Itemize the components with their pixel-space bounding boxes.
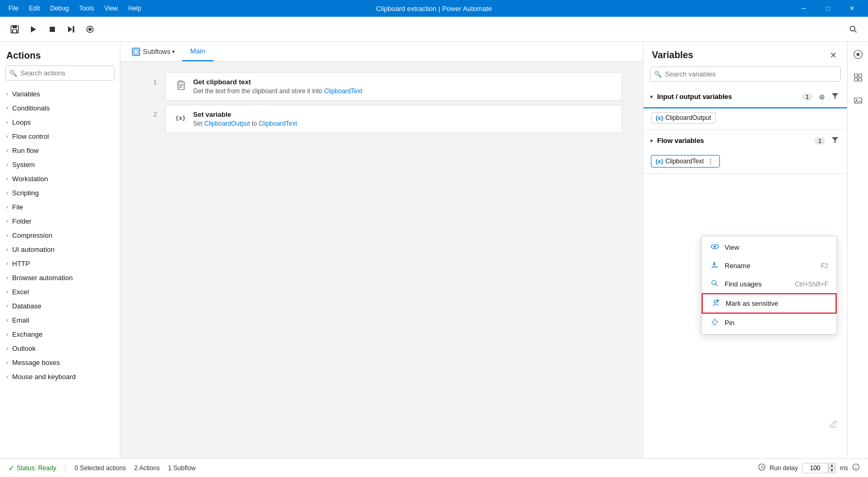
search-icon: 🔍 <box>9 70 17 77</box>
category-compression[interactable]: ›Compression <box>0 228 120 242</box>
action-card-set-variable[interactable]: {x} Set variable Set ClipboardOutput to … <box>165 105 622 133</box>
run-delay-input[interactable] <box>802 463 828 473</box>
context-menu-pin[interactable]: Pin <box>702 314 837 332</box>
clipboard-text-link-2[interactable]: ClipboardText <box>258 120 297 127</box>
context-menu-find-usages[interactable]: Find usages Ctrl+Shift+F <box>702 275 837 293</box>
category-file[interactable]: ›File <box>0 200 120 214</box>
subflows-button[interactable]: Subflows ▾ <box>127 43 180 60</box>
image-button[interactable] <box>850 92 866 109</box>
close-icon[interactable]: ✕ <box>840 0 864 17</box>
minimize-icon[interactable]: ─ <box>792 0 816 17</box>
category-flow-control[interactable]: ›Flow control <box>0 129 120 143</box>
window-controls[interactable]: ─ □ ✕ <box>792 0 864 17</box>
action-desc-set-variable: Set ClipboardOutput to ClipboardText <box>193 120 613 127</box>
flow-section-title: Flow variables <box>657 137 815 145</box>
io-section-header[interactable]: ▾ Input / output variables 1 ⊕ <box>644 86 847 107</box>
category-outlook[interactable]: ›Outlook <box>0 341 120 356</box>
category-browser-automation[interactable]: ›Browser automation <box>0 271 120 285</box>
clipboard-text-link-1[interactable]: ClipboardText <box>324 87 362 95</box>
clipboard-output-link[interactable]: ClipboardOutput <box>204 120 250 127</box>
category-exchange[interactable]: ›Exchange <box>0 327 120 341</box>
variables-panel: Variables ✕ 🔍 ▾ Input / output variables… <box>643 42 847 458</box>
statusbar-right: Run delay ▲ ▼ ms i <box>758 463 860 473</box>
category-variables[interactable]: ›Variables <box>0 87 120 101</box>
svg-text:!: ! <box>717 299 717 302</box>
stop-button[interactable] <box>44 21 61 38</box>
category-http[interactable]: ›HTTP <box>0 257 120 271</box>
menu-help[interactable]: Help <box>124 4 145 13</box>
chevron-icon: › <box>6 204 8 210</box>
check-icon: ✓ <box>8 464 15 472</box>
variables-close-button[interactable]: ✕ <box>828 48 839 62</box>
search-actions-input[interactable] <box>5 65 115 81</box>
category-conditionals[interactable]: ›Conditionals <box>0 101 120 115</box>
step-button[interactable] <box>63 21 80 38</box>
category-run-flow[interactable]: ›Run flow <box>0 143 120 158</box>
save-button[interactable] <box>6 21 23 38</box>
action-card-get-clipboard[interactable]: Get clipboard text Get the text from the… <box>165 72 622 101</box>
category-excel[interactable]: ›Excel <box>0 285 120 299</box>
clipboard-text-menu-button[interactable]: ⋮ <box>706 157 715 165</box>
run-delay-control: ▲ ▼ <box>802 463 836 473</box>
spin-up-button[interactable]: ▲ <box>828 463 836 468</box>
clock-icon <box>758 463 765 472</box>
category-email[interactable]: ›Email <box>0 313 120 327</box>
titlebar-menu[interactable]: File Edit Debug Tools View Help <box>4 4 145 13</box>
io-filter-button[interactable] <box>829 91 841 102</box>
flow-section-header[interactable]: ▾ Flow variables 1 <box>644 130 847 151</box>
actions-title: Actions <box>0 42 120 65</box>
eraser-area <box>826 418 841 433</box>
search-variables-input[interactable] <box>650 66 841 82</box>
svg-line-42 <box>762 467 763 468</box>
chevron-icon: › <box>6 289 8 295</box>
category-database[interactable]: ›Database <box>0 299 120 313</box>
category-folder[interactable]: ›Folder <box>0 214 120 228</box>
flow-filter-button[interactable] <box>829 135 841 146</box>
chevron-icon: › <box>6 134 8 139</box>
view-icon <box>710 242 719 252</box>
io-add-button[interactable]: ⊕ <box>817 91 827 102</box>
menu-tools[interactable]: Tools <box>75 4 98 13</box>
svg-rect-7 <box>73 26 74 32</box>
category-workstation[interactable]: ›Workstation <box>0 172 120 186</box>
status-ready: ✓ Status: Ready <box>8 464 56 472</box>
eraser-button[interactable] <box>826 418 841 433</box>
rename-shortcut: F2 <box>821 262 828 270</box>
category-system[interactable]: ›System <box>0 158 120 172</box>
category-scripting[interactable]: ›Scripting <box>0 186 120 200</box>
maximize-icon[interactable]: □ <box>816 0 840 17</box>
svg-point-10 <box>850 26 855 31</box>
svg-point-9 <box>88 28 92 31</box>
clipboard-output-label: ClipboardOutput <box>666 114 711 121</box>
copilot-button[interactable] <box>850 46 866 63</box>
category-ui-automation[interactable]: ›UI automation <box>0 242 120 257</box>
context-menu-rename[interactable]: Rename F2 <box>702 257 837 275</box>
variables-header: Variables ✕ <box>644 42 847 66</box>
spin-down-button[interactable]: ▼ <box>828 468 836 473</box>
tab-main[interactable]: Main <box>182 42 213 61</box>
clipboard-output-chip[interactable]: {x} ClipboardOutput <box>651 112 716 124</box>
category-message-boxes[interactable]: ›Message boxes <box>0 356 120 370</box>
chevron-icon: › <box>6 247 8 252</box>
svg-rect-34 <box>854 74 858 77</box>
record-button[interactable] <box>82 21 98 38</box>
assets-button[interactable] <box>850 69 866 86</box>
action-title-set-variable: Set variable <box>193 110 613 118</box>
menu-file[interactable]: File <box>4 4 22 13</box>
subflow-count: 1 Subflow <box>168 464 196 472</box>
io-variables-section: ▾ Input / output variables 1 ⊕ {x} <box>644 86 847 130</box>
search-toolbar-button[interactable] <box>845 21 862 38</box>
context-menu-mark-sensitive[interactable]: ! Mark as sensitive <box>702 293 837 314</box>
menu-edit[interactable]: Edit <box>25 4 44 13</box>
category-loops[interactable]: ›Loops <box>0 115 120 129</box>
category-mouse-keyboard[interactable]: ›Mouse and keyboard <box>0 370 120 384</box>
context-menu-view[interactable]: View <box>702 238 837 257</box>
run-button[interactable] <box>25 21 42 38</box>
menu-debug[interactable]: Debug <box>46 4 73 13</box>
chevron-icon: › <box>6 275 8 281</box>
spin-buttons: ▲ ▼ <box>828 463 836 473</box>
clipboard-text-chip[interactable]: {x} ClipboardText ⋮ <box>651 155 720 168</box>
svg-rect-35 <box>859 74 862 77</box>
mark-sensitive-label: Mark as sensitive <box>726 299 778 307</box>
menu-view[interactable]: View <box>100 4 122 13</box>
